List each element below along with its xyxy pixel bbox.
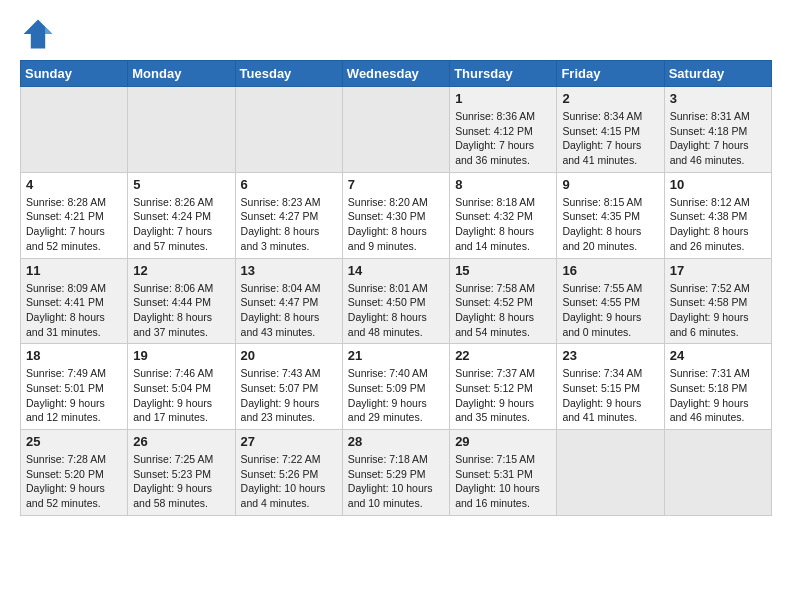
weekday-header: Saturday xyxy=(664,61,771,87)
day-info: Sunrise: 7:22 AMSunset: 5:26 PMDaylight:… xyxy=(241,452,337,511)
day-info: Sunrise: 7:43 AMSunset: 5:07 PMDaylight:… xyxy=(241,366,337,425)
calendar-cell: 5Sunrise: 8:26 AMSunset: 4:24 PMDaylight… xyxy=(128,172,235,258)
day-number: 24 xyxy=(670,348,766,363)
calendar-cell: 24Sunrise: 7:31 AMSunset: 5:18 PMDayligh… xyxy=(664,344,771,430)
page: SundayMondayTuesdayWednesdayThursdayFrid… xyxy=(0,0,792,532)
calendar-cell: 9Sunrise: 8:15 AMSunset: 4:35 PMDaylight… xyxy=(557,172,664,258)
day-info: Sunrise: 8:18 AMSunset: 4:32 PMDaylight:… xyxy=(455,195,551,254)
day-info: Sunrise: 8:31 AMSunset: 4:18 PMDaylight:… xyxy=(670,109,766,168)
weekday-header: Thursday xyxy=(450,61,557,87)
calendar-cell xyxy=(128,87,235,173)
calendar-cell: 8Sunrise: 8:18 AMSunset: 4:32 PMDaylight… xyxy=(450,172,557,258)
day-number: 5 xyxy=(133,177,229,192)
day-info: Sunrise: 7:34 AMSunset: 5:15 PMDaylight:… xyxy=(562,366,658,425)
day-number: 3 xyxy=(670,91,766,106)
calendar-cell: 11Sunrise: 8:09 AMSunset: 4:41 PMDayligh… xyxy=(21,258,128,344)
calendar-cell: 16Sunrise: 7:55 AMSunset: 4:55 PMDayligh… xyxy=(557,258,664,344)
weekday-header: Wednesday xyxy=(342,61,449,87)
calendar-cell xyxy=(664,430,771,516)
day-info: Sunrise: 7:31 AMSunset: 5:18 PMDaylight:… xyxy=(670,366,766,425)
day-info: Sunrise: 7:28 AMSunset: 5:20 PMDaylight:… xyxy=(26,452,122,511)
day-number: 9 xyxy=(562,177,658,192)
day-info: Sunrise: 8:26 AMSunset: 4:24 PMDaylight:… xyxy=(133,195,229,254)
day-info: Sunrise: 7:46 AMSunset: 5:04 PMDaylight:… xyxy=(133,366,229,425)
day-number: 16 xyxy=(562,263,658,278)
day-info: Sunrise: 7:18 AMSunset: 5:29 PMDaylight:… xyxy=(348,452,444,511)
day-number: 12 xyxy=(133,263,229,278)
day-info: Sunrise: 7:55 AMSunset: 4:55 PMDaylight:… xyxy=(562,281,658,340)
calendar-cell: 25Sunrise: 7:28 AMSunset: 5:20 PMDayligh… xyxy=(21,430,128,516)
day-info: Sunrise: 8:34 AMSunset: 4:15 PMDaylight:… xyxy=(562,109,658,168)
calendar-week-row: 18Sunrise: 7:49 AMSunset: 5:01 PMDayligh… xyxy=(21,344,772,430)
day-info: Sunrise: 8:12 AMSunset: 4:38 PMDaylight:… xyxy=(670,195,766,254)
day-number: 25 xyxy=(26,434,122,449)
day-number: 19 xyxy=(133,348,229,363)
day-number: 18 xyxy=(26,348,122,363)
header xyxy=(20,16,772,52)
calendar-cell: 18Sunrise: 7:49 AMSunset: 5:01 PMDayligh… xyxy=(21,344,128,430)
day-number: 13 xyxy=(241,263,337,278)
day-number: 22 xyxy=(455,348,551,363)
calendar-cell: 23Sunrise: 7:34 AMSunset: 5:15 PMDayligh… xyxy=(557,344,664,430)
day-number: 7 xyxy=(348,177,444,192)
calendar-cell: 27Sunrise: 7:22 AMSunset: 5:26 PMDayligh… xyxy=(235,430,342,516)
day-info: Sunrise: 8:36 AMSunset: 4:12 PMDaylight:… xyxy=(455,109,551,168)
day-info: Sunrise: 8:23 AMSunset: 4:27 PMDaylight:… xyxy=(241,195,337,254)
calendar-cell: 28Sunrise: 7:18 AMSunset: 5:29 PMDayligh… xyxy=(342,430,449,516)
day-info: Sunrise: 7:58 AMSunset: 4:52 PMDaylight:… xyxy=(455,281,551,340)
calendar-cell: 12Sunrise: 8:06 AMSunset: 4:44 PMDayligh… xyxy=(128,258,235,344)
calendar-cell: 29Sunrise: 7:15 AMSunset: 5:31 PMDayligh… xyxy=(450,430,557,516)
calendar-cell: 3Sunrise: 8:31 AMSunset: 4:18 PMDaylight… xyxy=(664,87,771,173)
day-info: Sunrise: 7:37 AMSunset: 5:12 PMDaylight:… xyxy=(455,366,551,425)
calendar-cell: 6Sunrise: 8:23 AMSunset: 4:27 PMDaylight… xyxy=(235,172,342,258)
logo xyxy=(20,16,62,52)
day-number: 11 xyxy=(26,263,122,278)
day-info: Sunrise: 7:40 AMSunset: 5:09 PMDaylight:… xyxy=(348,366,444,425)
calendar-cell: 10Sunrise: 8:12 AMSunset: 4:38 PMDayligh… xyxy=(664,172,771,258)
calendar-week-row: 25Sunrise: 7:28 AMSunset: 5:20 PMDayligh… xyxy=(21,430,772,516)
calendar-header-row: SundayMondayTuesdayWednesdayThursdayFrid… xyxy=(21,61,772,87)
day-number: 6 xyxy=(241,177,337,192)
calendar-cell xyxy=(557,430,664,516)
calendar-week-row: 11Sunrise: 8:09 AMSunset: 4:41 PMDayligh… xyxy=(21,258,772,344)
day-info: Sunrise: 7:52 AMSunset: 4:58 PMDaylight:… xyxy=(670,281,766,340)
calendar-cell: 15Sunrise: 7:58 AMSunset: 4:52 PMDayligh… xyxy=(450,258,557,344)
calendar: SundayMondayTuesdayWednesdayThursdayFrid… xyxy=(20,60,772,516)
calendar-cell: 17Sunrise: 7:52 AMSunset: 4:58 PMDayligh… xyxy=(664,258,771,344)
day-number: 28 xyxy=(348,434,444,449)
day-number: 17 xyxy=(670,263,766,278)
calendar-cell: 21Sunrise: 7:40 AMSunset: 5:09 PMDayligh… xyxy=(342,344,449,430)
weekday-header: Tuesday xyxy=(235,61,342,87)
day-number: 1 xyxy=(455,91,551,106)
day-info: Sunrise: 7:15 AMSunset: 5:31 PMDaylight:… xyxy=(455,452,551,511)
day-number: 27 xyxy=(241,434,337,449)
calendar-cell xyxy=(235,87,342,173)
day-number: 20 xyxy=(241,348,337,363)
calendar-week-row: 1Sunrise: 8:36 AMSunset: 4:12 PMDaylight… xyxy=(21,87,772,173)
calendar-cell: 13Sunrise: 8:04 AMSunset: 4:47 PMDayligh… xyxy=(235,258,342,344)
day-info: Sunrise: 8:09 AMSunset: 4:41 PMDaylight:… xyxy=(26,281,122,340)
day-number: 26 xyxy=(133,434,229,449)
weekday-header: Sunday xyxy=(21,61,128,87)
svg-marker-1 xyxy=(45,27,52,34)
day-info: Sunrise: 8:01 AMSunset: 4:50 PMDaylight:… xyxy=(348,281,444,340)
weekday-header: Friday xyxy=(557,61,664,87)
day-number: 21 xyxy=(348,348,444,363)
day-number: 14 xyxy=(348,263,444,278)
day-number: 15 xyxy=(455,263,551,278)
logo-icon xyxy=(20,16,56,52)
day-info: Sunrise: 7:49 AMSunset: 5:01 PMDaylight:… xyxy=(26,366,122,425)
calendar-cell xyxy=(342,87,449,173)
calendar-cell: 4Sunrise: 8:28 AMSunset: 4:21 PMDaylight… xyxy=(21,172,128,258)
day-info: Sunrise: 8:28 AMSunset: 4:21 PMDaylight:… xyxy=(26,195,122,254)
calendar-cell: 1Sunrise: 8:36 AMSunset: 4:12 PMDaylight… xyxy=(450,87,557,173)
calendar-cell xyxy=(21,87,128,173)
calendar-cell: 7Sunrise: 8:20 AMSunset: 4:30 PMDaylight… xyxy=(342,172,449,258)
day-number: 8 xyxy=(455,177,551,192)
day-info: Sunrise: 8:15 AMSunset: 4:35 PMDaylight:… xyxy=(562,195,658,254)
calendar-cell: 14Sunrise: 8:01 AMSunset: 4:50 PMDayligh… xyxy=(342,258,449,344)
calendar-cell: 19Sunrise: 7:46 AMSunset: 5:04 PMDayligh… xyxy=(128,344,235,430)
calendar-cell: 22Sunrise: 7:37 AMSunset: 5:12 PMDayligh… xyxy=(450,344,557,430)
day-info: Sunrise: 7:25 AMSunset: 5:23 PMDaylight:… xyxy=(133,452,229,511)
day-info: Sunrise: 8:06 AMSunset: 4:44 PMDaylight:… xyxy=(133,281,229,340)
